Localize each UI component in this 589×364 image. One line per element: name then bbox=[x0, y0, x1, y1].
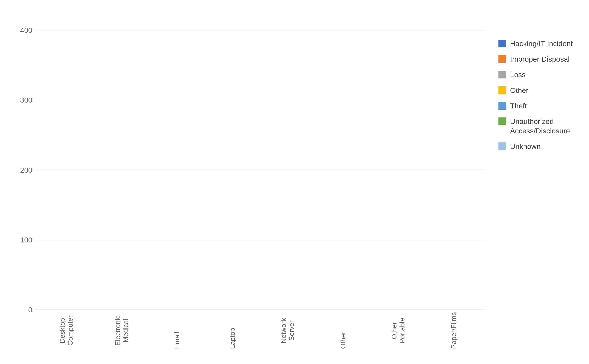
x-axis-label: Other Portable bbox=[371, 312, 426, 351]
legend: Hacking/IT IncidentImproper DisposalLoss… bbox=[485, 30, 576, 351]
x-axis-label: Laptop bbox=[205, 312, 260, 351]
chart-body: 0100200300400 Desktop ComputerElectronic… bbox=[17, 30, 576, 351]
x-axis-label: Electronic Medical bbox=[94, 312, 150, 351]
x-axis-label: Desktop Computer bbox=[39, 312, 94, 351]
chart-container: 0100200300400 Desktop ComputerElectronic… bbox=[0, 0, 589, 364]
legend-color-box bbox=[498, 117, 506, 125]
legend-item: Theft bbox=[498, 101, 576, 110]
grid-area: 0100200300400 bbox=[34, 30, 485, 310]
legend-color-box bbox=[498, 40, 506, 47]
x-axis-labels: Desktop ComputerElectronic MedicalEmailL… bbox=[34, 312, 485, 351]
legend-item: Improper Disposal bbox=[498, 54, 576, 64]
legend-label: Loss bbox=[510, 70, 526, 79]
chart-area: 0100200300400 Desktop ComputerElectronic… bbox=[17, 30, 485, 351]
legend-item: Hacking/IT Incident bbox=[498, 39, 576, 48]
legend-label: Unknown bbox=[510, 142, 541, 151]
legend-color-box bbox=[498, 102, 506, 110]
legend-item: Unauthorized Access/Disclosure bbox=[498, 117, 576, 136]
legend-item: Loss bbox=[498, 70, 576, 79]
y-axis-label: 200 bbox=[15, 166, 32, 174]
legend-label: Unauthorized Access/Disclosure bbox=[510, 117, 576, 136]
x-axis-label: Paper/Films bbox=[426, 312, 481, 351]
legend-label: Theft bbox=[510, 101, 527, 110]
legend-label: Other bbox=[510, 85, 528, 95]
legend-color-box bbox=[498, 71, 506, 78]
x-axis-label: Email bbox=[149, 312, 205, 351]
legend-item: Unknown bbox=[498, 142, 576, 151]
grid-and-bars: 0100200300400 Desktop ComputerElectronic… bbox=[34, 30, 485, 351]
legend-color-box bbox=[498, 55, 506, 63]
y-axis-label: 0 bbox=[15, 306, 32, 314]
legend-color-box bbox=[498, 86, 506, 94]
legend-label: Hacking/IT Incident bbox=[510, 39, 573, 48]
y-axis-label: 100 bbox=[15, 235, 32, 244]
legend-label: Improper Disposal bbox=[510, 54, 569, 64]
bars-row bbox=[34, 30, 485, 310]
x-axis-label: Network Server bbox=[260, 312, 315, 351]
legend-color-box bbox=[498, 143, 506, 150]
legend-item: Other bbox=[498, 85, 576, 95]
y-axis-label: 400 bbox=[15, 26, 32, 34]
y-axis-label: 300 bbox=[15, 96, 32, 104]
x-axis-label: Other bbox=[315, 312, 371, 351]
